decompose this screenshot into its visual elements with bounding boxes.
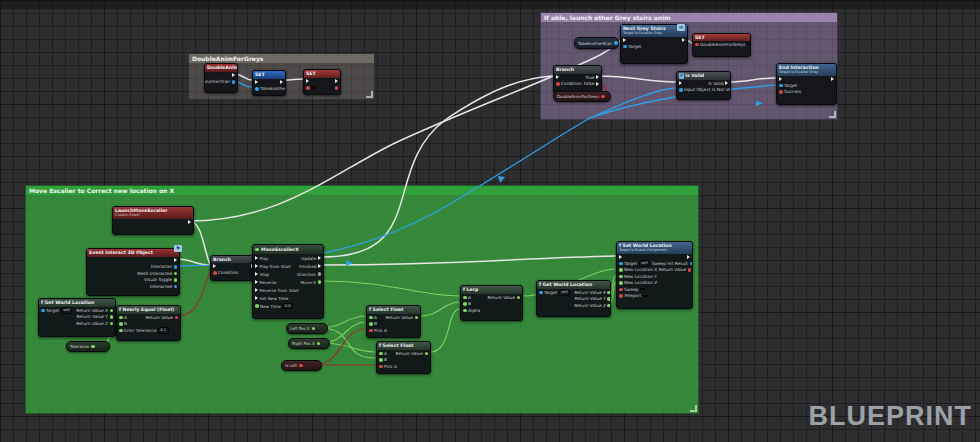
object-in-pin[interactable] (255, 87, 259, 91)
float-out-pin[interactable] (312, 327, 316, 331)
pill-get-is-left[interactable]: Is Left (281, 360, 322, 371)
exec-in-pin[interactable] (556, 75, 559, 79)
exec-in-pin[interactable] (779, 77, 782, 81)
pill-get-tolerance[interactable]: Tolerance (66, 341, 110, 352)
node-custom-event-launch-move[interactable]: LaunchMoveEscalier Custom Event (112, 206, 194, 235)
node-get-world-location-1[interactable]: f Get World Location Target self Return … (38, 298, 116, 337)
object-in-pin[interactable] (679, 88, 683, 92)
comment-header[interactable]: DoubleAnimForGreys (189, 54, 374, 63)
bool-in-pin[interactable] (379, 365, 383, 369)
bool-out-pin[interactable] (688, 268, 692, 272)
node-select-float-1[interactable]: f Select Float A Return Value B Pick A (366, 305, 421, 338)
object-in-pin[interactable] (619, 262, 623, 266)
exec-out-pin[interactable] (318, 256, 321, 260)
bool-checkbox[interactable] (640, 288, 645, 290)
node-nearly-equal-float[interactable]: f Nearly Equal (Float) A Return Value B … (116, 305, 181, 341)
float-out-pin[interactable] (425, 352, 429, 356)
object-in-pin[interactable] (41, 309, 45, 313)
exec-in-pin[interactable] (255, 272, 258, 276)
object-out-pin[interactable] (232, 80, 236, 84)
tolerance-value[interactable]: 0.1 (158, 327, 169, 334)
bool-checkbox[interactable] (747, 43, 750, 45)
float-in-pin[interactable] (379, 358, 383, 362)
exec-out-pin[interactable] (280, 80, 283, 84)
exec-out-pin[interactable] (596, 82, 599, 86)
float-out-pin[interactable] (607, 304, 611, 308)
exec-in-pin[interactable] (619, 255, 622, 259)
float-out-pin[interactable] (607, 291, 611, 295)
float-in-pin[interactable] (369, 316, 373, 320)
float-out-pin[interactable] (174, 278, 178, 282)
exec-in-pin[interactable] (306, 79, 309, 83)
object-out-pin[interactable] (174, 285, 178, 289)
exec-out-pin[interactable] (174, 258, 177, 262)
float-in-pin[interactable] (119, 322, 123, 326)
float-in-pin[interactable] (369, 322, 373, 326)
exec-out-pin[interactable] (335, 79, 338, 83)
float-in-pin[interactable] (463, 302, 467, 306)
float-in-pin[interactable] (619, 275, 623, 279)
float-out-pin[interactable] (174, 272, 178, 276)
node-branch-purple[interactable]: Branch True Condition False (553, 65, 602, 94)
node-is-valid[interactable]: ? Is Valid Is Valid Input Object Is Not … (676, 71, 731, 100)
comment-resize-handle[interactable] (366, 91, 373, 98)
float-in-pin[interactable] (463, 309, 467, 313)
bool-out-pin[interactable] (335, 86, 339, 90)
bool-in-pin[interactable] (619, 288, 623, 292)
exec-in-pin[interactable] (623, 38, 626, 42)
pill-get-right-pos[interactable]: Right Pos X (288, 338, 330, 349)
exec-in-pin[interactable] (255, 80, 258, 84)
object-in-pin[interactable] (623, 45, 627, 49)
float-in-pin[interactable] (379, 352, 383, 356)
float-in-pin[interactable] (463, 296, 467, 300)
float-out-pin[interactable] (91, 345, 95, 349)
comment-resize-handle[interactable] (829, 111, 836, 118)
node-lerp[interactable]: f Lerp A Return Value B Alpha (460, 285, 523, 321)
exec-out-pin[interactable] (831, 77, 834, 81)
bool-in-pin[interactable] (695, 43, 699, 47)
object-out-pin[interactable] (614, 41, 618, 45)
float-out-pin[interactable] (415, 316, 419, 320)
exec-in-pin[interactable] (213, 264, 216, 268)
bool-out-pin[interactable] (175, 316, 179, 320)
node-set-world-location[interactable]: f Set World Location Target is Scene Com… (616, 241, 693, 309)
node-end-interaction[interactable]: End Interaction Target is Escalier Grey … (776, 63, 837, 105)
comment-resize-handle[interactable] (690, 405, 697, 412)
exec-in-pin[interactable] (255, 288, 258, 292)
self-reference[interactable]: self (61, 307, 72, 314)
float-out-pin[interactable] (317, 342, 321, 346)
float-out-pin[interactable] (110, 322, 114, 326)
node-event-interact-3d-object[interactable]: ⚑ Event Interact 3D Object Interactor Me… (86, 248, 180, 296)
float-out-pin[interactable] (517, 296, 521, 300)
node-select-float-2[interactable]: f Select Float A Return Value B Pick A (376, 341, 431, 374)
comment-header[interactable]: If able, launch other Grey stairs anim (541, 13, 837, 22)
float-out-pin[interactable] (607, 297, 611, 301)
node-next-grey-stairs[interactable]: ✉ Next Grey Stairs Target is Escalier Gr… (620, 24, 688, 64)
self-reference[interactable]: self (639, 260, 650, 267)
float-out-pin[interactable] (110, 315, 114, 319)
node-get-world-location-2[interactable]: f Get World Location Target self Return … (536, 280, 611, 317)
exec-in-pin[interactable] (679, 81, 682, 85)
exec-out-pin[interactable] (232, 73, 235, 77)
bool-out-pin[interactable] (299, 364, 303, 368)
bool-in-pin[interactable] (306, 86, 310, 90)
comment-header[interactable]: Move Escalier to Correct new location on… (26, 186, 698, 195)
exec-out-pin[interactable] (188, 220, 191, 224)
pill-get-left-pos[interactable]: Left Pos X (286, 323, 328, 334)
exec-in-pin[interactable] (255, 280, 258, 284)
bool-out-pin[interactable] (601, 95, 605, 99)
exec-out-pin[interactable] (687, 255, 690, 259)
struct-out-pin[interactable] (690, 262, 692, 266)
bool-in-pin[interactable] (779, 90, 783, 94)
float-in-pin[interactable] (119, 316, 123, 320)
float-in-pin[interactable] (255, 304, 259, 308)
blueprint-graph-canvas[interactable]: DoubleAnimForGreys If able, launch other… (0, 0, 980, 442)
exec-in-pin[interactable] (255, 256, 258, 260)
exec-in-pin[interactable] (255, 296, 258, 300)
node-custom-event-double-anim[interactable]: DoubleAnim TakeAnotherStair (204, 63, 238, 93)
float-in-pin[interactable] (619, 268, 623, 272)
self-reference[interactable]: self (559, 289, 570, 296)
float-out-pin[interactable] (110, 309, 114, 313)
float-in-pin[interactable] (119, 329, 123, 333)
bool-in-pin[interactable] (556, 82, 560, 86)
